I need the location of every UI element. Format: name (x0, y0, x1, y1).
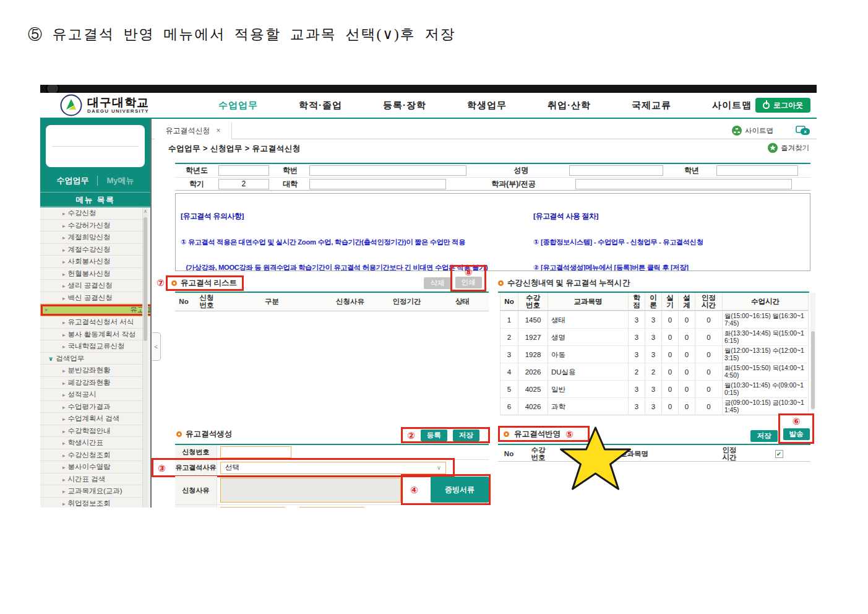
tab-label: 유고결석신청 (165, 126, 210, 136)
cell: 0 (695, 329, 723, 345)
detail-reason-textarea[interactable] (220, 478, 401, 503)
tab-yugo-absence[interactable]: 유고결석신청 × (155, 122, 232, 139)
sidebar-item[interactable]: ▸계절수강신청 (40, 244, 142, 256)
cell: 3 (629, 329, 645, 345)
sidebar-item[interactable]: ▸백신 공결신청 (40, 292, 142, 305)
table-row[interactable]: 4 2026 DU실용 2 2 0 0 0 화(15:00~15:50) 목(1… (500, 363, 809, 380)
sidebar-item[interactable]: ▸계절희망신청 (40, 231, 142, 244)
sidebar-item[interactable]: ▸수업계획서 검색 (40, 413, 142, 425)
column-header: 수강 번호 (518, 293, 548, 310)
sidebar-item[interactable]: ▸생리 공결신청 (40, 280, 142, 292)
window-close-all-icon[interactable]: x (796, 126, 810, 136)
sidebar-item[interactable]: ▸헌혈봉사신청 (40, 268, 142, 280)
sidebar-item[interactable]: ▸폐강강좌현황 (40, 377, 142, 389)
nav-registration[interactable]: 등록·장학 (383, 100, 426, 111)
name-input[interactable] (569, 165, 663, 176)
sidebar-tab-mymenu[interactable]: My메뉴 (106, 175, 134, 186)
student-no-input[interactable] (309, 165, 466, 176)
sidebar-item[interactable]: ▸수강학점안내 (40, 425, 142, 438)
sidebar-item[interactable]: ▸수강신청 (40, 207, 142, 220)
sidebar-item[interactable]: ▸분반강좌현황 (40, 365, 142, 377)
scroll-up-icon[interactable]: ∧ (143, 209, 148, 214)
sidebar-item[interactable]: ▸유고결석신청서 서식 (40, 316, 142, 329)
sidebar-item[interactable]: ▸국내학점교류신청 (40, 340, 142, 353)
scrollbar-thumb[interactable] (811, 331, 815, 409)
notice-cautions: [유고결석 유의사항] ① 유고결석 적용은 대면수업 및 실시간 Zoom 수… (181, 196, 530, 271)
annotation-7: ⑦ (157, 278, 165, 287)
nav-sitemap[interactable]: 사이트맵 (712, 100, 752, 111)
year-input[interactable] (218, 165, 269, 176)
print-button[interactable]: 인쇄 (455, 277, 482, 288)
sidebar-item-label: 수업평가결과 (68, 403, 111, 410)
sidebar-item[interactable]: ▸봉사이수열람 (40, 461, 142, 473)
evidence-button[interactable]: 증빙서류 (431, 477, 489, 503)
nav-records[interactable]: 학적·졸업 (299, 100, 342, 111)
sidebar-item[interactable]: ▸성적공시 (40, 389, 142, 401)
student-info-form: 학년도 학번 성명 학년 학기 대학 학과(부)/전공 (175, 163, 810, 191)
table-row[interactable]: 5 4025 일반 3 3 0 0 0 월(10:30~11:45) 수(09:… (500, 380, 809, 397)
nav-career[interactable]: 취업·산학 (548, 100, 591, 111)
register-button[interactable]: 등록 (421, 430, 447, 441)
sidebar-item[interactable]: ▸봉사 활동계획서 작성 (40, 329, 142, 341)
tab-strip: 유고결석신청 × 사이트맵 x (152, 122, 817, 139)
period-start-input[interactable] (220, 507, 285, 508)
cell: 3 (629, 346, 645, 363)
sidebar-item[interactable]: ▸교과목개요(교과) (40, 485, 142, 498)
cell: 3 (645, 381, 662, 397)
sidebar-scrollbar[interactable]: ∧ (142, 207, 148, 508)
sidebar-tab-lecture[interactable]: 수업업무 (56, 175, 88, 186)
table-row[interactable]: 2 1927 생명 3 3 0 0 0 화(13:30~14:45) 목(15:… (500, 328, 809, 345)
logout-button[interactable]: 로그아웃 (755, 98, 810, 113)
nav-international[interactable]: 국제교류 (632, 100, 671, 111)
cell: 2 (645, 363, 662, 380)
university-logo[interactable]: 대구대학교 DAEGU UNIVERSITY (60, 94, 178, 116)
apply-save-button[interactable]: 저장 (750, 430, 778, 442)
request-no-input[interactable] (220, 446, 291, 458)
period-end-input[interactable] (299, 507, 364, 508)
section-bullet-icon (171, 280, 177, 286)
item-arrow-icon: ▸ (62, 283, 66, 289)
enrollment-header-row: No 수강 번호 교과목명 학 점 이 론 실 기 설 계 인정 시간 수업시간 (500, 293, 809, 311)
scrollbar-thumb[interactable] (144, 217, 147, 341)
college-input[interactable] (309, 179, 446, 189)
sidebar-item-label: 교과목개요(교과) (68, 487, 122, 495)
table-row[interactable]: 1 1450 생태 3 3 0 0 0 월(15:00~16:15) 월(16:… (500, 311, 809, 328)
sidebar-item[interactable]: ▸취업정보조회 (40, 498, 142, 508)
notice-procedure: [유고결석 사용 절차] ① [종합정보시스템] - 수업업무 - 신청업무 -… (533, 196, 810, 271)
grade-input[interactable] (716, 165, 798, 176)
sidebar-item[interactable]: ▸수강신청조회 (40, 449, 142, 462)
tab-close-icon[interactable]: × (216, 126, 220, 135)
sidebar-item-search-group[interactable]: ∨검색업무 (40, 353, 142, 365)
nav-lecture[interactable]: 수업업무 (218, 100, 258, 111)
content-scrollbar[interactable] (810, 293, 815, 410)
sidebar-item[interactable]: ▸수업평가결과 (40, 401, 142, 413)
absence-reason-select[interactable]: 선택 ∨ (220, 462, 446, 474)
send-button[interactable]: 발송 (783, 428, 810, 440)
delete-button[interactable]: 삭제 (424, 277, 451, 289)
sidebar-item[interactable]: ▸시간표 검색 (40, 473, 142, 486)
select-all-checkbox[interactable]: ✔ (775, 450, 783, 458)
sidebar-tabs: 수업업무 My메뉴 (40, 172, 150, 189)
semester-input[interactable] (218, 179, 269, 189)
cell: 3 (629, 381, 645, 397)
column-header: 상태 (436, 293, 489, 311)
sidebar-item[interactable]: ▸수강허가신청 (40, 220, 142, 232)
sidebar-collapse-handle[interactable]: < (152, 332, 161, 361)
sidebar-item[interactable]: ▸학생시간표 (40, 437, 142, 449)
item-arrow-icon: ▸ (62, 368, 66, 374)
save-button[interactable]: 저장 (453, 430, 479, 441)
sidebar-item-yugo-absence[interactable]: ▸유고결석신청① (40, 304, 150, 316)
sitemap-shortcut[interactable]: 사이트맵 (732, 122, 773, 139)
column-header: 수강 번호 (520, 445, 557, 463)
table-row[interactable]: 6 4026 과학 3 3 0 0 0 금(09:00~10:15) 금(10:… (500, 397, 809, 415)
sidebar-item-label: 백신 공결신청 (68, 294, 113, 301)
nav-student[interactable]: 학생업무 (467, 100, 507, 111)
favorite-shortcut[interactable]: 즐겨찾기 (768, 139, 809, 157)
item-arrow-icon: ▸ (62, 344, 66, 350)
cell: 0 (679, 346, 695, 363)
power-icon (763, 102, 770, 109)
table-row[interactable]: 3 1928 아동 3 3 0 0 0 월(12:00~13:15) 수(12:… (500, 345, 809, 363)
dept-input[interactable] (575, 179, 792, 189)
sidebar-item[interactable]: ▸사회봉사신청 (40, 256, 142, 268)
apply-table-header: No 수강 번호 교과목명 인정 시간 ✔ (498, 445, 810, 462)
